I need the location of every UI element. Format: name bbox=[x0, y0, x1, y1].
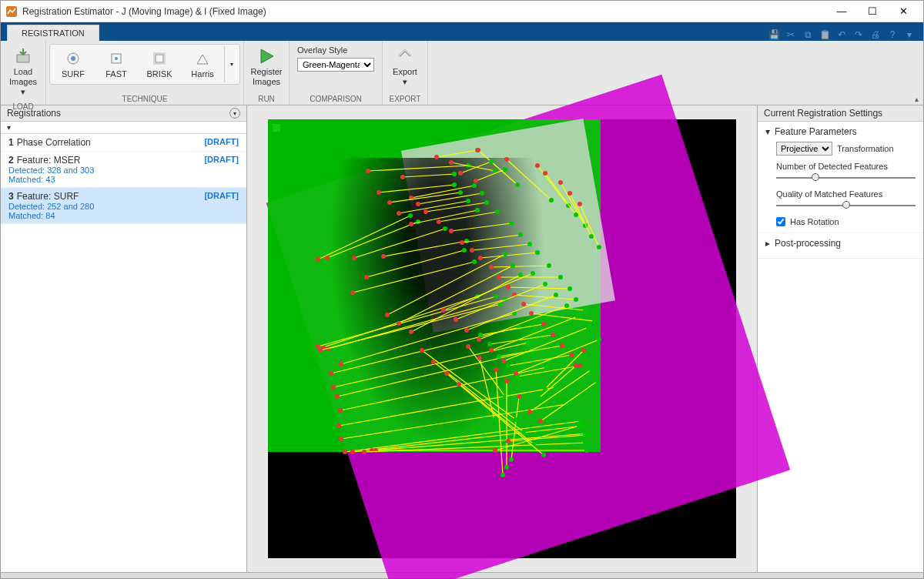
export-button[interactable]: Export ▾ bbox=[386, 44, 424, 90]
svg-point-5 bbox=[115, 57, 118, 60]
help-icon[interactable]: ? bbox=[886, 28, 899, 41]
svg-point-3 bbox=[71, 56, 75, 61]
export-label: Export ▾ bbox=[390, 67, 420, 87]
tab-registration[interactable]: REGISTRATION bbox=[7, 25, 99, 41]
has-rotation-label: Has Rotation bbox=[790, 217, 839, 226]
quality-matched-label: Quality of Matched Features bbox=[776, 189, 916, 199]
ribbon-tabstrip: REGISTRATION 💾 ✂ ⧉ 📋 ↶ ↷ 🖨 ? ▾ bbox=[1, 22, 923, 41]
maximize-button[interactable]: ☐ bbox=[857, 2, 888, 21]
group-comparison-label: COMPARISON bbox=[293, 93, 379, 105]
run-icon bbox=[257, 47, 276, 65]
feature-parameters-header[interactable]: ▾ Feature Parameters bbox=[765, 126, 916, 137]
panel-menu-icon[interactable]: ▾ bbox=[229, 108, 240, 119]
num-detected-label: Number of Detected Features bbox=[776, 162, 916, 171]
group-load-label: LOAD bbox=[4, 101, 42, 112]
postprocessing-header[interactable]: ▸ Post-processing bbox=[765, 238, 916, 249]
svg-rect-6 bbox=[156, 55, 163, 62]
quality-matched-slider[interactable] bbox=[776, 200, 916, 211]
svg-rect-1 bbox=[17, 55, 29, 62]
panel-collapse-toggle[interactable]: ▾ bbox=[1, 122, 246, 134]
app-icon bbox=[5, 5, 18, 18]
num-detected-slider[interactable] bbox=[776, 172, 916, 183]
cut-icon[interactable]: ✂ bbox=[785, 28, 797, 41]
registrations-panel: Registrations ▾ ▾ 1Phase Correlation [DR… bbox=[1, 105, 247, 572]
overlay-style-label: Overlay Style bbox=[297, 45, 374, 55]
technique-dropdown[interactable]: ▾ bbox=[224, 46, 238, 82]
expand-icon: ▸ bbox=[765, 238, 770, 249]
window-title: Registration Estimator - J (Moving Image… bbox=[22, 6, 826, 17]
minimize-button[interactable]: — bbox=[826, 2, 857, 21]
load-images-button[interactable]: Load Images ▾ bbox=[4, 44, 42, 101]
redo-icon[interactable]: ↷ bbox=[852, 28, 865, 41]
technique-brisk-button[interactable]: BRISK bbox=[138, 46, 181, 82]
quick-access-toolbar: 💾 ✂ ⧉ 📋 ↶ ↷ 🖨 ? ▾ bbox=[768, 28, 923, 41]
print-icon[interactable]: 🖨 bbox=[869, 28, 882, 41]
ribbon-collapse-icon[interactable]: ▴ bbox=[915, 95, 919, 103]
settings-panel: Current Registration Settings ▾ Feature … bbox=[757, 105, 923, 572]
registration-item-3[interactable]: 3Feature: SURF [DRAFT] Detected: 252 and… bbox=[1, 188, 246, 224]
menu-dropdown-icon[interactable]: ▾ bbox=[903, 28, 916, 41]
surf-icon bbox=[64, 49, 82, 68]
has-rotation-checkbox[interactable] bbox=[776, 217, 785, 226]
register-images-label: Register Images bbox=[251, 67, 283, 87]
load-images-label: Load Images ▾ bbox=[8, 67, 38, 98]
image-viewer[interactable] bbox=[247, 105, 757, 572]
load-images-icon bbox=[14, 47, 32, 65]
export-icon bbox=[396, 47, 414, 65]
ribbon: Load Images ▾ LOAD SURF FAST bbox=[1, 41, 923, 105]
save-icon[interactable]: 💾 bbox=[768, 28, 780, 41]
registration-item-2[interactable]: 2Feature: MSER [DRAFT] Detected: 328 and… bbox=[1, 152, 246, 188]
group-export-label: EXPORT bbox=[386, 93, 424, 105]
harris-icon bbox=[193, 49, 212, 68]
transformation-label: Transformation bbox=[837, 144, 894, 153]
titlebar: Registration Estimator - J (Moving Image… bbox=[1, 1, 923, 22]
fast-icon bbox=[107, 49, 126, 68]
transformation-select[interactable]: Projective bbox=[776, 142, 832, 156]
overlay-style-select[interactable]: Green-Magenta bbox=[297, 58, 374, 72]
close-button[interactable]: ✕ bbox=[888, 2, 919, 21]
copy-icon[interactable]: ⧉ bbox=[802, 28, 814, 41]
technique-surf-button[interactable]: SURF bbox=[52, 46, 95, 82]
image-subject-silhouette bbox=[330, 158, 545, 443]
brisk-icon bbox=[150, 49, 169, 68]
group-run-label: RUN bbox=[247, 93, 286, 105]
technique-harris-button[interactable]: Harris bbox=[181, 46, 224, 82]
technique-fast-button[interactable]: FAST bbox=[95, 46, 138, 82]
paste-icon[interactable]: 📋 bbox=[819, 28, 831, 41]
settings-panel-title: Current Registration Settings bbox=[764, 108, 882, 119]
register-images-button[interactable]: Register Images bbox=[247, 44, 286, 90]
registration-item-1[interactable]: 1Phase Correlation [DRAFT] bbox=[1, 134, 246, 152]
collapse-icon: ▾ bbox=[765, 126, 770, 137]
undo-icon[interactable]: ↶ bbox=[835, 28, 848, 41]
group-technique-label: TECHNIQUE bbox=[49, 93, 240, 105]
